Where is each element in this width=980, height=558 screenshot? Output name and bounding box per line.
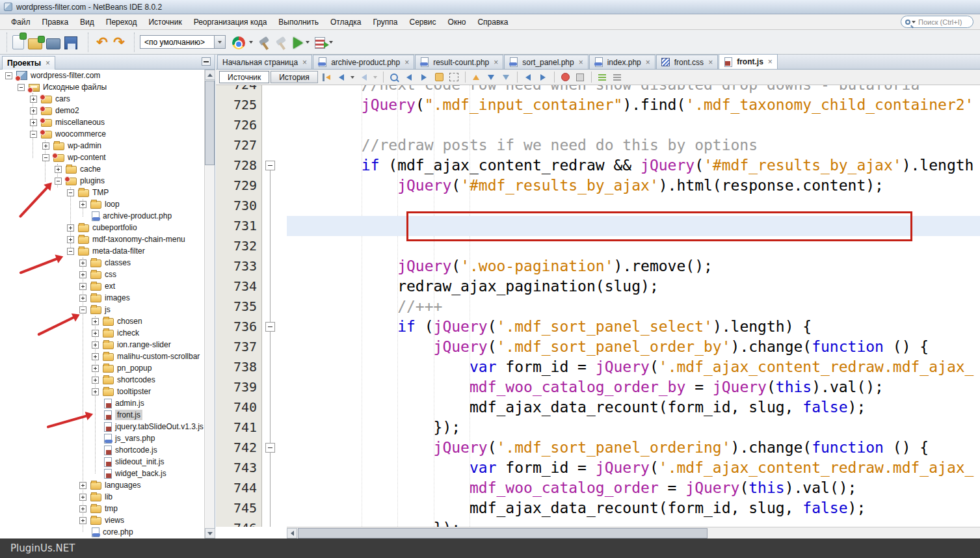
fold-collapse-icon[interactable] xyxy=(265,161,275,170)
tree-item-images[interactable]: images xyxy=(0,292,205,304)
editor-tab-archive-product-php[interactable]: archive-product.php× xyxy=(313,55,414,69)
expand-icon[interactable] xyxy=(92,377,99,384)
expand-icon[interactable] xyxy=(79,295,86,302)
expand-icon[interactable] xyxy=(30,119,37,126)
tree-item-widget-back-js[interactable]: widget_back.js xyxy=(0,468,205,479)
tree-item-views[interactable]: views xyxy=(0,514,205,526)
highlight-icon[interactable] xyxy=(433,72,445,83)
editor-tab-result-count-php[interactable]: result-count.php× xyxy=(415,55,503,69)
code-line-742[interactable]: jQuery('.mdf_sort_panel_ordering').chang… xyxy=(287,438,980,458)
collapse-icon[interactable] xyxy=(5,72,12,79)
expand-icon[interactable] xyxy=(55,166,62,173)
expand-icon[interactable] xyxy=(42,142,49,150)
menu-item-9[interactable]: Группа xyxy=(367,16,403,29)
tree-item-js-vars-php[interactable]: js_vars.php xyxy=(0,432,205,444)
tree-item--[interactable]: Исходные файлы xyxy=(0,81,205,93)
undo-icon[interactable]: ↶ xyxy=(94,35,111,49)
redo-icon[interactable]: ↷ xyxy=(111,35,127,49)
editor-tab-front-css[interactable]: front.css× xyxy=(656,55,718,69)
fold-collapse-icon[interactable] xyxy=(265,322,275,332)
expand-icon[interactable] xyxy=(79,259,86,267)
tree-item-archive-product-php[interactable]: archive-product.php xyxy=(0,210,205,222)
shift-right-icon[interactable] xyxy=(537,72,550,83)
expand-icon[interactable] xyxy=(79,505,86,512)
run-dropdown-icon[interactable] xyxy=(306,41,310,44)
view-button-история[interactable]: История xyxy=(271,71,318,83)
expand-icon[interactable] xyxy=(92,341,99,349)
code-line-737[interactable]: jQuery('.mdf_sort_panel_order_by').chang… xyxy=(287,337,980,357)
tree-item-malihu-custom-scrollbar[interactable]: malihu-custom-scrollbar xyxy=(0,351,205,362)
menu-item-7[interactable]: Выполнить xyxy=(272,16,324,29)
back-icon[interactable] xyxy=(336,72,348,83)
expand-icon[interactable] xyxy=(92,365,99,372)
minimize-panel-button[interactable] xyxy=(202,57,211,66)
configuration-dropdown-button[interactable] xyxy=(214,36,225,48)
collapse-icon[interactable] xyxy=(55,178,62,185)
code-line-734[interactable]: redraw_ajax_pagination(slug); xyxy=(287,276,980,297)
code-line-728[interactable]: if (mdf_ajax_content_redraw && jQuery('#… xyxy=(287,155,980,176)
tree-item-cache[interactable]: cache xyxy=(0,163,205,175)
tree-item-wp-content[interactable]: wp-content xyxy=(0,152,205,163)
fold-collapse-icon[interactable] xyxy=(265,443,275,453)
tree-item-pn-popup[interactable]: pn_popup xyxy=(0,362,205,374)
editor-tab-front-js[interactable]: front.js× xyxy=(719,54,778,69)
code-line-726[interactable] xyxy=(287,115,980,135)
expand-icon[interactable] xyxy=(30,107,37,114)
code-line-741[interactable]: }); xyxy=(287,418,980,438)
code-line-740[interactable]: mdf_ajax_data_recount(form_id, slug, fal… xyxy=(287,397,980,418)
scroll-left-button[interactable] xyxy=(287,528,297,538)
projects-tab[interactable]: Проекты × xyxy=(2,56,55,70)
collapse-icon[interactable] xyxy=(30,131,37,138)
code-editor[interactable]: 7247257267277287297307317327337347357367… xyxy=(216,85,980,527)
code-line-733[interactable]: jQuery('.woo-pagination').remove(); xyxy=(287,256,980,276)
tree-item-plugins[interactable]: plugins xyxy=(0,175,205,187)
forward-dropdown-icon[interactable] xyxy=(373,76,377,79)
tree-item-tooltipster[interactable]: tooltipster xyxy=(0,386,205,397)
find-prev-icon[interactable] xyxy=(403,72,416,83)
code-line-743[interactable]: var form_id = jQuery('.mdf_ajax_content_… xyxy=(287,458,980,478)
code-line-738[interactable]: var form_id = jQuery('.mdf_ajax_content_… xyxy=(287,357,980,377)
configuration-select[interactable]: <по умолчанию> xyxy=(140,35,226,49)
collapse-icon[interactable] xyxy=(67,248,74,255)
collapse-icon[interactable] xyxy=(18,84,25,91)
save-all-icon[interactable] xyxy=(64,36,77,49)
tree-item-meta-data-filter[interactable]: meta-data-filter xyxy=(0,245,205,257)
tree-item-admin-js[interactable]: admin.js xyxy=(0,397,205,409)
expand-icon[interactable] xyxy=(92,388,99,395)
tree-item-demo2[interactable]: demo2 xyxy=(0,105,205,116)
tree-item-front-js[interactable]: front.js xyxy=(0,409,205,421)
tree-item-icheck[interactable]: icheck xyxy=(0,327,205,339)
new-file-icon[interactable] xyxy=(12,35,24,49)
close-tab-icon[interactable]: × xyxy=(768,57,773,66)
debug-icon[interactable] xyxy=(315,37,325,49)
build-icon[interactable] xyxy=(258,36,271,49)
code-line-745[interactable]: mdf_ajax_data_recount(form_id, slug, fal… xyxy=(287,498,980,518)
move-down-icon[interactable] xyxy=(485,72,497,83)
expand-icon[interactable] xyxy=(79,283,86,290)
expand-icon[interactable] xyxy=(79,517,86,524)
tree-item-core-php[interactable]: core.php xyxy=(0,526,205,538)
code-line-744[interactable]: mdf_woo_catalog_order = jQuery(this).val… xyxy=(287,478,980,498)
code-line-725[interactable]: jQuery(".mdf_input_container").find('.md… xyxy=(287,95,980,115)
expand-icon[interactable] xyxy=(67,236,74,243)
close-icon[interactable]: × xyxy=(46,59,50,68)
expand-icon[interactable] xyxy=(79,482,86,489)
shift-left-icon[interactable] xyxy=(522,72,535,83)
code-line-729[interactable]: jQuery('#mdf_results_by_ajax').html(resp… xyxy=(287,176,980,196)
back-dropdown-icon[interactable] xyxy=(351,76,354,79)
tree-item-woocommerce[interactable]: woocommerce xyxy=(0,128,205,140)
collapse-icon[interactable] xyxy=(67,189,74,196)
menu-item-10[interactable]: Сервис xyxy=(403,16,442,29)
close-tab-icon[interactable]: × xyxy=(579,58,583,67)
quick-search-input[interactable]: Поиск (Ctrl+I) xyxy=(901,16,973,28)
browser-dropdown-icon[interactable] xyxy=(249,41,253,44)
tree-item-jquery-tabslideout-v1-3-js[interactable]: jquery.tabSlideOut.v1.3.js xyxy=(0,421,205,432)
scroll-up-button[interactable] xyxy=(205,70,215,80)
clean-build-icon[interactable] xyxy=(275,36,288,49)
code-line-724[interactable]: //next code row need when show disabled … xyxy=(287,85,980,95)
editor-tab--[interactable]: Начальная страница× xyxy=(217,55,312,69)
expand-icon[interactable] xyxy=(92,353,99,360)
tree-item-css[interactable]: css xyxy=(0,269,205,280)
record-icon[interactable] xyxy=(559,72,572,83)
tree-vertical-scrollbar[interactable] xyxy=(204,70,215,538)
